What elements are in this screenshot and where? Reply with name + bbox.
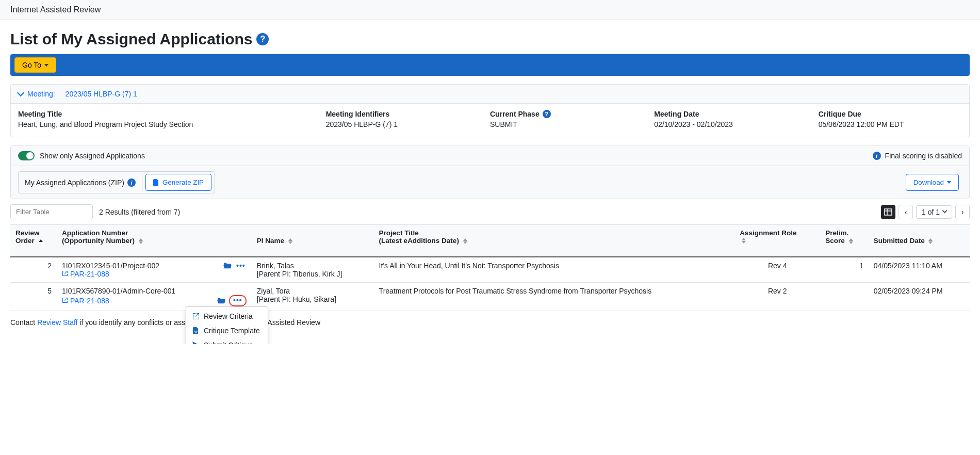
chevron-down-icon xyxy=(17,89,24,96)
external-link-icon xyxy=(62,297,68,303)
cell-pi-name: Ziyal, Tora xyxy=(257,287,369,295)
current-phase-value: SUBMIT xyxy=(490,120,633,128)
table-row: 2 1I01RX012345-01/Project-002 ••• PAR-21… xyxy=(10,257,970,283)
cell-submitted: 04/05/2023 11:10 AM xyxy=(869,257,970,283)
cell-score: 1 xyxy=(820,257,868,283)
row-actions-button[interactable]: ••• xyxy=(229,295,247,306)
footer-contact: Contact Review Staff if you identify any… xyxy=(10,311,970,334)
cell-app-number: 1I01RX567890-01/Admin-Core-001 xyxy=(62,287,175,295)
row-actions-menu: Review Criteria w Critique Template Subm… xyxy=(186,306,268,344)
page-info[interactable]: 1 of 1 xyxy=(916,205,952,219)
scoring-status: Final scoring is disabled xyxy=(885,152,962,160)
info-icon[interactable]: i xyxy=(873,152,881,160)
col-assignment-role[interactable]: Assignment Role . xyxy=(734,225,820,257)
col-review-order[interactable]: Review Order xyxy=(10,225,57,257)
meeting-date-value: 02/10/2023 - 02/10/2023 xyxy=(654,120,797,128)
critique-due-value: 05/06/2023 12:00 PM EDT xyxy=(819,120,962,128)
prev-page-button[interactable]: ‹ xyxy=(899,205,913,219)
menu-submit-critique[interactable]: Submit Critique xyxy=(186,338,268,344)
app-name: Internet Assisted Review xyxy=(10,5,101,14)
download-button[interactable]: Download xyxy=(906,174,959,191)
col-application-number[interactable]: Application Number (Opportunity Number) xyxy=(57,225,252,257)
applications-table: Review Order Application Number (Opportu… xyxy=(10,224,970,311)
col-submitted-date[interactable]: Submitted Date xyxy=(869,225,970,257)
zip-label: My Assigned Applications (ZIP) xyxy=(25,178,124,187)
cell-role: Rev 4 xyxy=(734,257,820,283)
meeting-title-value: Heart, Lung, and Blood Program Project S… xyxy=(18,120,305,128)
cell-parent-pi: [Parent PI: Huku, Sikara] xyxy=(257,295,369,303)
row-actions-button[interactable]: ••• xyxy=(235,262,247,270)
goto-button[interactable]: Go To xyxy=(14,57,56,73)
meeting-date-label: Meeting Date xyxy=(654,110,797,118)
col-prelim-score[interactable]: Prelim. Score xyxy=(820,225,868,257)
cell-parent-pi: [Parent PI: Tiberius, Kirk J] xyxy=(257,270,369,278)
chevron-down-icon xyxy=(942,208,948,214)
opportunity-link[interactable]: PAR-21-088 xyxy=(62,297,109,305)
meeting-identifiers-label: Meeting Identifiers xyxy=(326,110,469,118)
meeting-title-label: Meeting Title xyxy=(18,110,305,118)
menu-critique-template[interactable]: w Critique Template xyxy=(186,323,268,338)
critique-due-label: Critique Due xyxy=(819,110,962,118)
cell-pi-name: Brink, Talas xyxy=(257,262,369,270)
file-zip-icon xyxy=(153,179,159,186)
meeting-identifiers-value: 2023/05 HLBP-G (7) 1 xyxy=(326,120,469,128)
results-text: 2 Results (filtered from 7) xyxy=(99,208,180,216)
table-view-icon[interactable] xyxy=(881,205,895,219)
page-title: List of My Assigned Applications xyxy=(10,30,252,48)
sort-asc-icon xyxy=(39,239,43,242)
top-bar: Internet Assisted Review xyxy=(0,0,980,20)
help-phase-icon[interactable]: ? xyxy=(543,110,551,118)
meeting-details: Meeting Title Heart, Lung, and Blood Pro… xyxy=(11,104,969,137)
cell-role: Rev 2 xyxy=(734,283,820,311)
zip-box: My Assigned Applications (ZIP) i Generat… xyxy=(18,171,215,193)
external-link-icon xyxy=(62,270,68,277)
current-phase-label: Current Phase ? xyxy=(490,110,633,118)
filter-input[interactable] xyxy=(10,204,93,219)
external-link-icon xyxy=(192,313,200,320)
help-icon[interactable]: ? xyxy=(256,33,269,45)
cell-submitted: 02/05/2023 09:24 PM xyxy=(869,283,970,311)
table-row: 5 1I01RX567890-01/Admin-Core-001 PAR-21-… xyxy=(10,283,970,311)
folder-open-icon[interactable] xyxy=(223,262,232,269)
menu-review-criteria[interactable]: Review Criteria xyxy=(186,309,268,323)
caret-down-icon xyxy=(947,181,951,184)
action-bar: Go To xyxy=(10,54,970,76)
show-assigned-label: Show only Assigned Applications xyxy=(40,152,145,160)
col-pi-name[interactable]: PI Name xyxy=(252,225,374,257)
cell-project-title: Treatment Protocols for Post Traumatic S… xyxy=(374,283,735,311)
review-staff-link[interactable]: Review Staff xyxy=(37,318,77,327)
cell-score xyxy=(820,283,868,311)
next-page-button[interactable]: › xyxy=(955,205,970,219)
folder-open-icon[interactable] xyxy=(217,297,226,304)
cell-app-number: 1I01RX012345-01/Project-002 xyxy=(62,262,159,270)
meeting-collapse-header[interactable]: Meeting: 2023/05 HLBP-G (7) 1 xyxy=(11,85,969,104)
col-project-title[interactable]: Project Title (Latest eAdditions Date) xyxy=(374,225,735,257)
cell-review-order: 5 xyxy=(10,283,57,311)
cell-review-order: 2 xyxy=(10,257,57,283)
generate-zip-button[interactable]: Generate ZIP xyxy=(145,174,211,191)
svg-text:w: w xyxy=(194,329,198,334)
cell-project-title: It's All in Your Head, Until It's Not: T… xyxy=(374,257,735,283)
zip-info-icon[interactable]: i xyxy=(127,178,136,187)
opportunity-link[interactable]: PAR-21-088 xyxy=(62,270,109,278)
file-word-icon: w xyxy=(192,327,200,334)
show-assigned-toggle[interactable] xyxy=(18,151,35,160)
caret-down-icon xyxy=(44,64,48,67)
send-icon xyxy=(192,342,200,344)
